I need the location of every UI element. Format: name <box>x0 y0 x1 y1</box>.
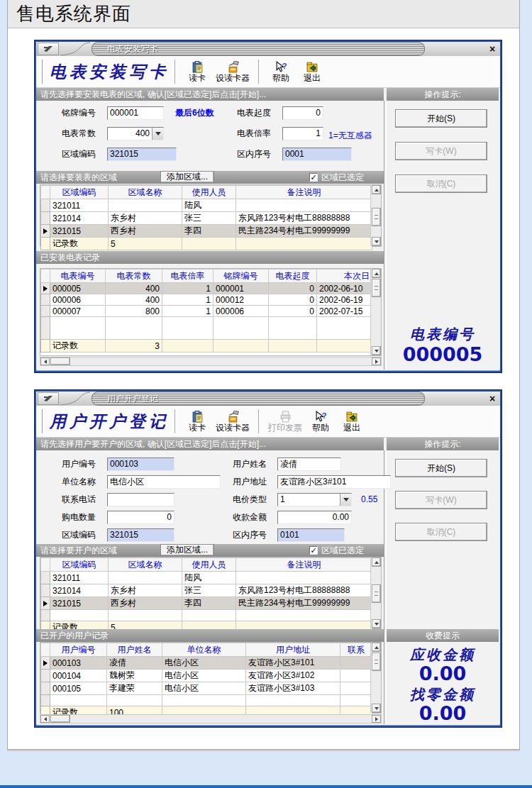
start-button[interactable]: 开始(S) <box>395 459 487 477</box>
table-row[interactable]: 321014东乡村 张三东风路123号村电工88888888 <box>41 584 372 597</box>
table-filler <box>41 317 372 340</box>
phone-input[interactable] <box>107 493 174 506</box>
user-name-input[interactable]: 凌倩 <box>277 457 341 471</box>
set-reader-button[interactable]: 设读卡器 <box>213 60 253 84</box>
scroll-down-icon[interactable] <box>372 619 381 628</box>
card-reader-icon <box>227 410 239 423</box>
nameplate-label: 铭牌编号 <box>62 106 96 120</box>
table-row[interactable]: 321014东乡村 张三东风路123号村电工88888888 <box>41 212 372 225</box>
table-row-selected[interactable]: 321015西乡村 李四民主路234号村电工99999999 <box>41 597 372 610</box>
scroll-down-icon[interactable] <box>372 704 381 713</box>
horizontal-scrollbar[interactable] <box>40 714 382 723</box>
table-row[interactable]: 321011 陆风 <box>41 199 372 212</box>
region-table: 区域编码 区域名称 使用人员 备注说明 321011 陆风 321014东乡村 … <box>40 184 382 247</box>
help-icon: ? <box>275 60 287 73</box>
help-button[interactable]: ? 帮助 <box>305 409 336 433</box>
unit-name-label: 单位名称 <box>62 475 96 489</box>
change-value: 0.00 <box>387 702 499 724</box>
scroll-left-icon[interactable] <box>40 715 50 723</box>
scroll-thumb[interactable] <box>50 715 70 723</box>
price-type-combobox[interactable]: 1 <box>277 493 352 506</box>
user-table-header: 用户编号 用户姓名 单位名称 用户地址 联系 <box>41 643 372 657</box>
record-count-label: 记录数 <box>50 340 106 353</box>
scroll-right-icon[interactable] <box>372 715 381 723</box>
add-region-button[interactable]: 添加区域... <box>160 171 214 183</box>
table-row-selected[interactable]: 000005400 1000001 02002-06-10 <box>41 283 372 294</box>
print-invoice-button[interactable]: 打印发票 <box>265 409 305 433</box>
constant-label: 电表常数 <box>62 127 96 140</box>
table-row[interactable]: 000104魏树荣 电信小区友谊路小区3#102 <box>41 670 372 682</box>
scroll-up-icon[interactable] <box>372 557 381 567</box>
write-card-button[interactable]: 写卡(W) <box>395 142 487 160</box>
area-seq-input[interactable]: 0001 <box>282 148 352 161</box>
table-row[interactable]: 321011 陆风 <box>41 572 372 584</box>
scroll-thumb[interactable] <box>372 279 381 297</box>
receivable-value: 0.00 <box>387 662 499 684</box>
user-addr-input[interactable]: 友谊路小区3#101 <box>277 475 391 489</box>
close-icon[interactable]: × <box>487 393 500 404</box>
cancel-button[interactable]: 取消(C) <box>395 174 487 193</box>
table-footer: 记录数 5 <box>41 238 372 250</box>
window1-heading: 电表安装写卡 <box>50 61 169 83</box>
user-no-input[interactable]: 000103 <box>107 457 174 471</box>
cancel-button[interactable]: 取消(C) <box>395 523 487 541</box>
ops-hint-bar: 操作提示: <box>387 88 499 101</box>
constant-combobox[interactable]: 400 <box>107 127 164 140</box>
region-selected-checkbox[interactable] <box>309 173 318 182</box>
close-icon[interactable]: × <box>487 43 500 55</box>
scroll-down-icon[interactable] <box>372 237 381 246</box>
window-logo-icon <box>38 43 59 55</box>
region-selected-checkbox[interactable] <box>309 546 318 555</box>
start-reading-input[interactable]: 0 <box>282 106 323 120</box>
scroll-up-icon[interactable] <box>372 269 381 278</box>
read-card-button[interactable]: 读卡 <box>182 60 213 84</box>
set-reader-button[interactable]: 设读卡器 <box>213 409 253 433</box>
window2-titlebar[interactable]: 用户开户登记 × <box>36 392 500 406</box>
add-region-button[interactable]: 添加区域... <box>160 544 214 556</box>
dropdown-arrow-icon[interactable] <box>152 128 163 140</box>
window1-titlebar[interactable]: 电表安装写卡 × <box>36 42 500 56</box>
scroll-up-icon[interactable] <box>372 643 381 652</box>
table-row[interactable]: 000006400 1000012 02002-06-19 <box>41 294 372 306</box>
horizontal-scrollbar[interactable] <box>40 357 382 366</box>
table-row-selected[interactable]: 321015西乡村 李四民主路234号村电工99999999 <box>41 225 372 238</box>
scroll-up-icon[interactable] <box>372 185 381 194</box>
write-card-button[interactable]: 写卡(W) <box>395 491 487 509</box>
area-seq-input[interactable]: 0101 <box>277 528 345 542</box>
area-code-input[interactable]: 321015 <box>107 148 177 161</box>
region-table: 区域编码 区域名称 使用人员 备注说明 321011 陆风 321014东乡村 … <box>40 557 382 629</box>
scroll-thumb[interactable] <box>372 584 381 603</box>
user-addr-label: 用户地址 <box>233 475 267 489</box>
vertical-scrollbar[interactable] <box>370 185 381 246</box>
vertical-scrollbar[interactable] <box>370 557 381 628</box>
amount-input[interactable]: 0.00 <box>277 511 352 524</box>
area-code-input[interactable]: 321015 <box>107 528 174 542</box>
scroll-thumb[interactable] <box>372 653 381 671</box>
vertical-scrollbar[interactable] <box>370 643 381 713</box>
table-row[interactable]: 000007800 1000006 02002-07-15 <box>41 306 372 317</box>
vertical-scrollbar[interactable] <box>370 269 381 355</box>
instruction-bar: 请先选择用户要开户的区域, 确认[区域已选定]后点击[开始]... <box>36 438 384 450</box>
help-button[interactable]: ? 帮助 <box>265 60 297 84</box>
price-type-label: 电价类型 <box>233 493 267 506</box>
scroll-thumb[interactable] <box>50 357 70 365</box>
scroll-right-icon[interactable] <box>372 357 381 365</box>
scroll-left-icon[interactable] <box>40 357 50 365</box>
start-button[interactable]: 开始(S) <box>395 109 487 128</box>
purchase-qty-input[interactable]: 0 <box>107 511 174 524</box>
exit-button[interactable]: 退出 <box>336 409 367 433</box>
dropdown-arrow-icon[interactable] <box>340 494 351 506</box>
unit-name-input[interactable]: 电信小区 <box>107 475 221 489</box>
multiplier-input[interactable]: 1 <box>282 127 323 140</box>
nameplate-input[interactable]: 000001 <box>107 106 164 120</box>
region-table-header: 区域编码 区域名称 使用人员 备注说明 <box>41 186 372 199</box>
read-card-button[interactable]: 读卡 <box>182 409 213 433</box>
scroll-down-icon[interactable] <box>372 346 381 355</box>
table-row-selected[interactable]: 000103凌倩 电信小区友谊路小区3#101 <box>41 657 372 670</box>
record-count-value: 3 <box>106 340 162 353</box>
scroll-thumb[interactable] <box>372 208 381 226</box>
exit-button[interactable]: 退出 <box>297 60 328 84</box>
table-row[interactable]: 000105李建荣 电信小区友谊路小区3#103 <box>41 682 372 695</box>
card-reader-icon <box>227 60 239 73</box>
record-count-value: 5 <box>109 238 182 250</box>
